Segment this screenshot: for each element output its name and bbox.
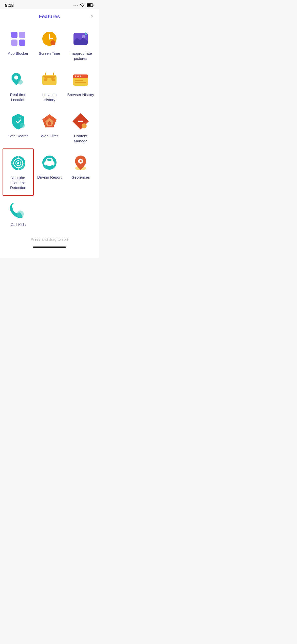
close-button[interactable]: × — [90, 14, 94, 19]
svg-text:+: + — [19, 115, 22, 120]
svg-point-56 — [17, 211, 24, 218]
status-time: 8:18 — [5, 3, 14, 8]
feature-item-location-history[interactable]: Location History — [34, 66, 65, 107]
safe-search-icon: + — [9, 112, 27, 130]
feature-item-geofences[interactable]: Geofences — [65, 148, 96, 196]
location-history-icon — [40, 71, 59, 89]
feature-item-screen-time[interactable]: Screen Time — [34, 25, 65, 66]
home-indicator — [33, 247, 66, 248]
web-filter-icon — [40, 112, 59, 130]
page-container: Features × App Blocker Screen Time Inapp… — [0, 9, 99, 258]
svg-rect-3 — [19, 32, 25, 38]
feature-item-youtube-content-detection[interactable]: Youtube Content Detection — [3, 148, 34, 196]
svg-point-15 — [18, 80, 23, 85]
driving-report-icon — [40, 154, 59, 172]
wifi-icon — [80, 3, 85, 8]
app-blocker-icon — [9, 30, 27, 48]
screen-time-icon — [40, 30, 59, 48]
feature-label-call-kids: Call Kids — [11, 222, 26, 227]
feature-label-safe-search: Safe Search — [8, 134, 29, 139]
svg-point-24 — [75, 75, 76, 77]
feature-item-driving-report[interactable]: Driving Report — [34, 148, 65, 196]
feature-label-screen-time: Screen Time — [39, 51, 60, 56]
youtube-content-detection-icon — [9, 154, 27, 172]
svg-point-26 — [80, 75, 81, 77]
battery-icon — [87, 3, 94, 8]
bottom-hint: Press and drag to sort — [0, 232, 99, 244]
svg-point-10 — [49, 38, 50, 40]
feature-item-call-kids[interactable]: Call Kids — [3, 196, 34, 232]
feature-label-driving-report: Driving Report — [37, 175, 62, 180]
status-icons — [73, 3, 94, 8]
call-kids-icon — [9, 201, 27, 219]
feature-label-web-filter: Web Filter — [41, 134, 58, 139]
feature-item-app-blocker[interactable]: App Blocker — [3, 25, 34, 66]
svg-rect-19 — [44, 79, 47, 81]
svg-rect-1 — [87, 4, 91, 6]
status-bar: 8:18 — [0, 0, 99, 9]
svg-rect-52 — [47, 159, 51, 161]
svg-rect-28 — [75, 82, 86, 83]
feature-label-inappropriate-pictures: Inappropriate pictures — [67, 51, 94, 61]
content-manage-icon — [71, 112, 90, 130]
svg-rect-5 — [19, 40, 25, 46]
svg-point-29 — [20, 123, 25, 128]
page-title: Features — [39, 14, 60, 20]
feature-item-realtime-location[interactable]: Real-time Location — [3, 66, 34, 107]
svg-point-51 — [51, 165, 54, 167]
feature-item-browser-history[interactable]: Browser History — [65, 66, 96, 107]
svg-point-47 — [17, 162, 19, 164]
svg-point-14 — [14, 75, 18, 80]
feature-item-content-manage[interactable]: Content Manage — [65, 107, 96, 148]
svg-rect-4 — [11, 40, 17, 46]
feature-item-inappropriate-pictures[interactable]: Inappropriate pictures — [65, 25, 96, 66]
features-grid: App Blocker Screen Time Inappropriate pi… — [0, 22, 99, 232]
inappropriate-pictures-icon — [71, 30, 90, 48]
feature-label-realtime-location: Real-time Location — [5, 92, 32, 102]
svg-rect-2 — [11, 32, 17, 38]
svg-rect-18 — [47, 78, 51, 82]
svg-point-7 — [50, 40, 55, 45]
signal-dots-icon — [73, 5, 78, 6]
svg-rect-38 — [78, 121, 83, 122]
realtime-location-icon — [9, 71, 27, 89]
svg-rect-27 — [75, 80, 83, 81]
feature-label-location-history: Location History — [36, 92, 63, 102]
svg-point-55 — [80, 160, 82, 162]
feature-item-safe-search[interactable]: + Safe Search — [3, 107, 34, 148]
feature-label-browser-history: Browser History — [67, 92, 94, 97]
svg-rect-20 — [52, 79, 55, 81]
browser-history-icon — [71, 71, 90, 89]
svg-point-25 — [77, 75, 79, 77]
svg-point-50 — [45, 165, 48, 167]
feature-label-youtube-content-detection: Youtube Content Detection — [5, 175, 31, 190]
feature-label-app-blocker: App Blocker — [8, 51, 28, 56]
feature-label-geofences: Geofences — [71, 175, 90, 180]
header: Features × — [0, 9, 99, 22]
feature-label-content-manage: Content Manage — [67, 134, 94, 143]
geofences-icon — [71, 154, 90, 172]
feature-item-web-filter[interactable]: Web Filter — [34, 107, 65, 148]
svg-point-37 — [82, 123, 87, 128]
